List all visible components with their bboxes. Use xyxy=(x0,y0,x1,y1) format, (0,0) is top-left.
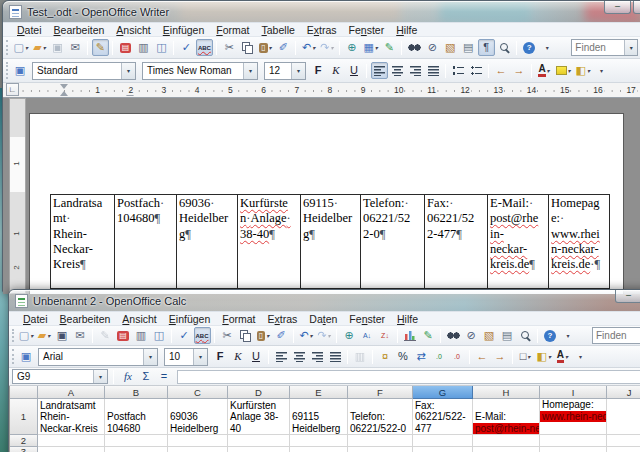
dropdown-arrow-icon[interactable]: ▾ xyxy=(587,67,590,74)
underline-icon[interactable]: U xyxy=(248,348,265,365)
writer-table-cell[interactable]: Fax:· 06221/52 2-477¶ xyxy=(424,194,488,289)
menu-fenster[interactable]: Fenster xyxy=(343,313,391,325)
toolbar-overflow-icon[interactable]: ▾ xyxy=(593,62,610,79)
left-indent-marker[interactable] xyxy=(60,91,68,96)
cut-icon[interactable]: ✂ xyxy=(221,39,238,56)
insert-table-icon[interactable]: ▦▾ xyxy=(361,39,379,56)
percent-format-icon[interactable]: % xyxy=(395,348,412,365)
help-icon[interactable]: ? xyxy=(521,39,538,56)
cell-J1[interactable] xyxy=(607,399,640,435)
open-icon[interactable]: ▰▾ xyxy=(31,39,48,56)
column-header-E[interactable]: E xyxy=(290,386,348,399)
menu-bearbeiten[interactable]: Bearbeiten xyxy=(54,313,117,325)
dropdown-arrow-icon[interactable]: ▾ xyxy=(547,67,550,74)
cell-H1[interactable]: E-Mail:post@rhein-ne xyxy=(473,399,540,435)
dropdown-arrow-icon[interactable]: ▾ xyxy=(47,332,50,339)
writer-table-cell[interactable]: 69036· Heidelber g¶ xyxy=(176,194,238,289)
formula-icon[interactable]: = xyxy=(156,368,173,385)
writer-table-cell[interactable]: E-Mail:· post@rhe in- neckar- kreis.de¶ xyxy=(487,194,549,289)
menu-ansicht[interactable]: Ansicht xyxy=(116,313,162,325)
bold-icon[interactable]: F xyxy=(310,62,327,79)
dropdown-arrow-icon[interactable]: ▾ xyxy=(30,332,33,339)
email-icon[interactable]: ✉ xyxy=(67,39,84,56)
dropdown-arrow-icon[interactable]: ▾ xyxy=(121,63,135,79)
zoom-icon[interactable] xyxy=(496,39,513,56)
cell-G1[interactable]: Fax: 06221/522- 477 xyxy=(413,399,473,435)
print-icon[interactable]: ▥ xyxy=(135,39,152,56)
find-toolbar-combo[interactable]: ▾ xyxy=(592,327,640,344)
column-header-B[interactable]: B xyxy=(105,386,168,399)
increase-indent-icon[interactable]: → xyxy=(492,348,509,365)
dropdown-arrow-icon[interactable]: ▾ xyxy=(527,353,530,360)
column-header-A[interactable]: A xyxy=(38,386,105,399)
copy-icon[interactable] xyxy=(237,327,254,344)
cell-A3[interactable] xyxy=(38,447,105,452)
menu-format[interactable]: Format xyxy=(216,313,261,325)
data-sources-icon[interactable]: ▤ xyxy=(460,39,477,56)
cell-I2[interactable] xyxy=(540,435,607,447)
minimize-button[interactable]: – xyxy=(615,290,640,303)
insert-chart-icon[interactable] xyxy=(402,327,419,344)
toolbar-overflow-icon[interactable]: ▾ xyxy=(560,327,577,344)
auto-spellcheck-icon[interactable]: ABC xyxy=(196,39,213,56)
toolbar-overflow-icon[interactable]: ▾ xyxy=(572,348,589,365)
navigator-icon[interactable]: ⊘ xyxy=(463,327,480,344)
align-center-icon[interactable] xyxy=(291,348,308,365)
writer-page[interactable]: Landratsa mt· Rhein- Neckar- Kreis¶Postf… xyxy=(30,114,623,294)
cell-F1[interactable]: Telefon: 06221/522-0 xyxy=(348,399,413,435)
format-paintbrush-icon[interactable]: ✐ xyxy=(275,39,292,56)
find-input[interactable] xyxy=(593,330,640,341)
menu-daten[interactable]: Daten xyxy=(303,313,343,325)
align-justify-icon[interactable] xyxy=(425,62,442,79)
cell-D1[interactable]: Kurfürsten Anlage 38-40 xyxy=(228,399,290,435)
cell-F2[interactable] xyxy=(348,435,413,447)
menu-einfügen[interactable]: Einfügen xyxy=(163,313,216,325)
background-color-icon[interactable]: ◧▾ xyxy=(535,348,553,365)
dropdown-arrow-icon[interactable]: ▾ xyxy=(266,332,269,339)
sheet-corner[interactable] xyxy=(10,386,38,399)
writer-table-cell[interactable]: Homepag e:· www.rhei n-neckar- kreis.de·… xyxy=(548,194,610,289)
writer-table-cell[interactable]: Telefon:· 06221/52 2-0¶ xyxy=(360,194,425,289)
dropdown-arrow-icon[interactable]: ▾ xyxy=(330,44,333,51)
standard-format-icon[interactable]: ⇄ xyxy=(413,348,430,365)
cell-D3[interactable] xyxy=(228,447,290,452)
increase-indent-icon[interactable]: → xyxy=(511,62,528,79)
edit-file-icon[interactable]: ✎ xyxy=(92,39,109,56)
menu-bearbeiten[interactable]: Bearbeiten xyxy=(48,24,111,36)
dropdown-arrow-icon[interactable]: ▾ xyxy=(25,44,28,51)
dropdown-arrow-icon[interactable]: ▾ xyxy=(565,353,568,360)
dropdown-arrow-icon[interactable]: ▾ xyxy=(375,44,378,51)
undo-icon[interactable]: ↶▾ xyxy=(298,327,315,344)
column-header-C[interactable]: C xyxy=(168,386,228,399)
spellcheck-icon[interactable]: ✓ xyxy=(178,39,195,56)
menu-datei[interactable]: Datei xyxy=(11,24,48,36)
dropdown-arrow-icon[interactable]: ▾ xyxy=(328,332,331,339)
cell-J3[interactable] xyxy=(607,447,640,452)
align-justify-icon[interactable] xyxy=(327,348,344,365)
first-line-indent-marker[interactable] xyxy=(60,84,68,89)
align-center-icon[interactable] xyxy=(389,62,406,79)
export-pdf-icon[interactable]: ▤ xyxy=(115,327,132,344)
writer-table-cell[interactable]: Kurfürste n·Anlage· 38-40¶ xyxy=(237,194,301,289)
row-header-3[interactable]: 3 xyxy=(10,447,38,452)
column-header-G[interactable]: G xyxy=(413,386,473,399)
sort-ascending-icon[interactable]: A↓ xyxy=(359,327,376,344)
currency-format-icon[interactable]: ¤ xyxy=(377,348,394,365)
formula-input-line[interactable] xyxy=(177,370,640,384)
menu-extras[interactable]: Extras xyxy=(262,313,304,325)
column-header-D[interactable]: D xyxy=(228,386,290,399)
tab-type-selector[interactable]: ∟ xyxy=(6,83,19,96)
cell-B1[interactable]: Postfach 104680 xyxy=(105,399,168,435)
menu-ansicht[interactable]: Ansicht xyxy=(110,24,156,36)
zoom-icon[interactable] xyxy=(517,327,534,344)
menu-hilfe[interactable]: Hilfe xyxy=(390,24,423,36)
decrease-indent-icon[interactable]: ← xyxy=(474,348,491,365)
open-icon[interactable]: ▰▾ xyxy=(36,327,53,344)
font-color-icon[interactable]: A▾ xyxy=(554,348,571,365)
paste-icon[interactable]: ▯▾ xyxy=(255,327,272,344)
help-icon[interactable]: ? xyxy=(542,327,559,344)
minimize-button[interactable]: – xyxy=(604,1,631,14)
delete-decimal-icon[interactable]: .0 xyxy=(449,348,466,365)
gallery-icon[interactable]: ▧ xyxy=(481,327,498,344)
menu-format[interactable]: Format xyxy=(210,24,255,36)
